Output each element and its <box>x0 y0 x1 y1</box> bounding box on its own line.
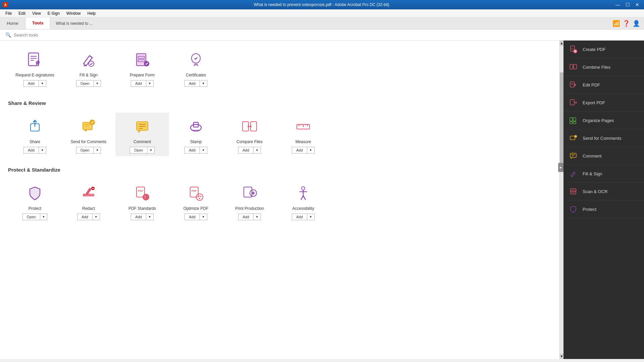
tool-send-comments[interactable]: Send for Comments Open ▼ <box>62 113 115 156</box>
close-button[interactable]: ✕ <box>633 1 641 8</box>
add-button-stamp[interactable]: Add <box>184 147 200 154</box>
tool-btn-compare-files[interactable]: Add ▼ <box>238 147 261 154</box>
add-button-prepare-form[interactable]: Add <box>131 80 146 87</box>
tool-btn-redact[interactable]: Add ▼ <box>77 214 100 220</box>
tool-prepare-form[interactable]: Prepare Form Add ▼ <box>115 46 169 89</box>
open-button-protect[interactable]: Open <box>22 214 40 220</box>
tool-btn-fill-sign[interactable]: Open ▼ <box>76 80 101 87</box>
dropdown-button-measure[interactable]: ▼ <box>307 147 315 154</box>
dropdown-button-stamp[interactable]: ▼ <box>200 147 207 154</box>
connected-icon[interactable]: 📶 <box>612 20 620 27</box>
tab-tools[interactable]: Tools <box>25 17 51 29</box>
dropdown-button-certificates[interactable]: ▼ <box>200 80 207 87</box>
add-button-measure[interactable]: Add <box>292 147 307 154</box>
dropdown-button-print-production[interactable]: ▼ <box>253 214 261 220</box>
tool-request-esignatures[interactable]: Request E-signatures Add ▼ <box>8 46 62 89</box>
help-icon[interactable]: ❓ <box>623 20 630 27</box>
add-button-compare-files[interactable]: Add <box>238 147 253 154</box>
right-panel-organize-pages[interactable]: Organize Pages <box>564 112 644 129</box>
menu-file[interactable]: File <box>3 10 14 16</box>
svg-rect-68 <box>570 136 575 140</box>
add-button-accessibility[interactable]: Add <box>292 214 307 220</box>
tool-print-production[interactable]: Print Production Add ▼ <box>223 179 276 223</box>
tool-btn-measure[interactable]: Add ▼ <box>292 147 315 154</box>
account-icon[interactable]: 👤 <box>633 20 640 27</box>
dropdown-button-pdf-standards[interactable]: ▼ <box>146 214 154 220</box>
tool-certificates[interactable]: Certificates Add ▼ <box>169 46 223 89</box>
right-panel-create-pdf[interactable]: PDF Create PDF <box>564 41 644 58</box>
tool-stamp[interactable]: Stamp Add ▼ <box>169 113 223 156</box>
dropdown-button-compare-files[interactable]: ▼ <box>253 147 261 154</box>
add-button-share[interactable]: Add <box>23 147 39 154</box>
dropdown-button-protect[interactable]: ▼ <box>40 214 48 220</box>
dropdown-button-optimize-pdf[interactable]: ▼ <box>200 214 207 220</box>
right-panel-combine-files[interactable]: Combine Files <box>564 58 644 76</box>
add-button-optimize-pdf[interactable]: Add <box>184 214 200 220</box>
right-panel-collapse-button[interactable]: ► <box>558 163 564 172</box>
add-button-certificates[interactable]: Add <box>184 80 200 87</box>
add-button-print-production[interactable]: Add <box>238 214 253 220</box>
title-bar: A What is needed to prevent osteoporosis… <box>0 0 644 9</box>
open-button-comment[interactable]: Open <box>130 147 147 154</box>
window-controls[interactable]: — ☐ ✕ <box>613 1 641 8</box>
tool-btn-comment[interactable]: Open ▼ <box>130 147 155 154</box>
add-button-pdf-standards[interactable]: Add <box>131 214 146 220</box>
tool-name-fill-sign: Fill & Sign <box>79 73 98 77</box>
tool-accessibility[interactable]: Accessibility Add ▼ <box>276 179 330 223</box>
right-panel-edit-pdf[interactable]: Edit PDF <box>564 76 644 94</box>
main-layout: Request E-signatures Add ▼ <box>0 41 644 359</box>
open-button-send-comments[interactable]: Open <box>76 147 94 154</box>
tool-btn-share[interactable]: Add ▼ <box>23 147 46 154</box>
dropdown-button-request-esignatures[interactable]: ▼ <box>39 80 46 87</box>
tab-document[interactable]: What is needed to ... <box>50 17 98 29</box>
tool-btn-certificates[interactable]: Add ▼ <box>184 80 207 87</box>
tool-redact[interactable]: Redact Add ▼ <box>62 179 115 223</box>
menu-esign[interactable]: E-Sign <box>45 10 62 16</box>
tool-btn-optimize-pdf[interactable]: Add ▼ <box>184 214 207 220</box>
scrollbar[interactable]: ▲ ▼ <box>559 41 564 359</box>
right-panel-scan-ocr[interactable]: Scan & OCR <box>564 183 644 200</box>
tool-optimize-pdf[interactable]: PDF Optimize PDF Add ▼ <box>169 179 223 223</box>
add-button-redact[interactable]: Add <box>77 214 92 220</box>
tool-btn-request-esignatures[interactable]: Add ▼ <box>23 80 46 87</box>
tool-btn-stamp[interactable]: Add ▼ <box>184 147 207 154</box>
dropdown-button-send-comments[interactable]: ▼ <box>94 147 101 154</box>
minimize-button[interactable]: — <box>613 1 622 8</box>
tool-btn-prepare-form[interactable]: Add ▼ <box>131 80 154 87</box>
tool-compare-files[interactable]: Compare Files Add ▼ <box>223 113 276 156</box>
search-input[interactable] <box>14 33 114 38</box>
tab-home[interactable]: Home <box>0 17 25 29</box>
tool-fill-sign[interactable]: Fill & Sign Open ▼ <box>62 46 115 89</box>
right-panel-export-pdf[interactable]: Export PDF <box>564 94 644 112</box>
right-panel-send-comments[interactable]: Send for Comments <box>564 129 644 147</box>
tool-pdf-standards[interactable]: PDF ! PDF Standards Add ▼ <box>115 179 169 223</box>
open-button-fill-sign[interactable]: Open <box>76 80 94 87</box>
menu-help[interactable]: Help <box>85 10 99 16</box>
maximize-button[interactable]: ☐ <box>624 1 632 8</box>
right-panel-protect[interactable]: Protect <box>564 200 644 218</box>
dropdown-button-redact[interactable]: ▼ <box>92 214 100 220</box>
right-panel-label-combine-files: Combine Files <box>583 65 610 70</box>
tool-btn-print-production[interactable]: Add ▼ <box>238 214 261 220</box>
dropdown-button-accessibility[interactable]: ▼ <box>307 214 315 220</box>
tool-comment[interactable]: Comment Open ▼ <box>115 113 169 156</box>
dropdown-button-prepare-form[interactable]: ▼ <box>146 80 154 87</box>
tool-btn-accessibility[interactable]: Add ▼ <box>292 214 315 220</box>
tool-btn-pdf-standards[interactable]: Add ▼ <box>131 214 154 220</box>
tool-btn-protect[interactable]: Open ▼ <box>22 214 48 220</box>
dropdown-button-share[interactable]: ▼ <box>39 147 46 154</box>
dropdown-button-comment[interactable]: ▼ <box>147 147 155 154</box>
add-button-request-esignatures[interactable]: Add <box>23 80 39 87</box>
menu-edit[interactable]: Edit <box>16 10 28 16</box>
menu-view[interactable]: View <box>30 10 44 16</box>
tool-share[interactable]: Share Add ▼ <box>8 113 62 156</box>
tool-protect[interactable]: Protect Open ▼ <box>8 179 62 223</box>
tool-measure[interactable]: Measure Add ▼ <box>276 113 330 156</box>
right-panel-comment[interactable]: Comment <box>564 147 644 165</box>
menu-window[interactable]: Window <box>64 10 84 16</box>
scroll-up-button[interactable]: ▲ <box>560 41 564 46</box>
dropdown-button-fill-sign[interactable]: ▼ <box>94 80 101 87</box>
scroll-down-button[interactable]: ▼ <box>560 354 564 359</box>
tool-btn-send-comments[interactable]: Open ▼ <box>76 147 101 154</box>
right-panel-fill-sign[interactable]: Fill & Sign <box>564 165 644 183</box>
